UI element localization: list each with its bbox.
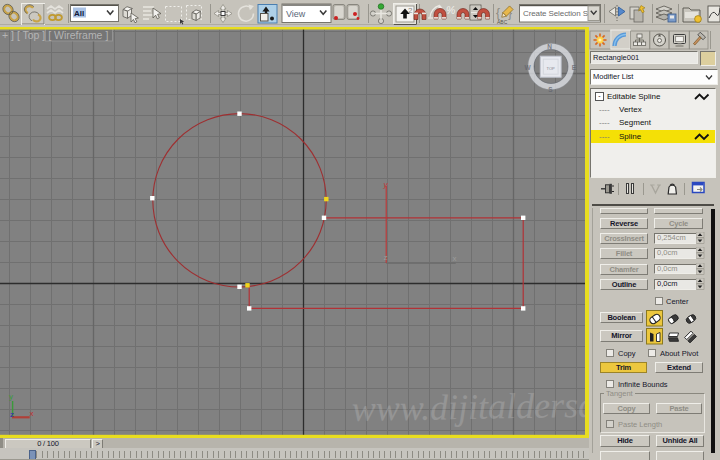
svg-text:N: N xyxy=(547,43,552,50)
svg-text:x: x xyxy=(30,409,34,418)
svg-text:www.dijitaldersaneleri: www.dijitaldersaneleri xyxy=(351,383,589,429)
svg-text:x: x xyxy=(453,254,457,263)
svg-text:W: W xyxy=(524,64,531,71)
svg-text:%: % xyxy=(446,4,455,16)
svg-text:E: E xyxy=(572,64,577,71)
svg-text:2: 2 xyxy=(408,6,413,15)
svg-text:Create Selection Se: Create Selection Se xyxy=(523,9,593,18)
svg-text:S: S xyxy=(548,86,553,93)
svg-text:y: y xyxy=(9,392,13,401)
svg-text:{: { xyxy=(496,6,500,20)
svg-text:z: z xyxy=(384,253,388,262)
svg-text:All: All xyxy=(74,9,84,18)
svg-text:z: z xyxy=(10,410,14,419)
svg-text:View: View xyxy=(286,9,306,19)
svg-text:TOP: TOP xyxy=(547,66,555,71)
svg-text:+ ] [ Top ] [ Wireframe ]: + ] [ Top ] [ Wireframe ] xyxy=(2,29,108,41)
svg-text:ABC: ABC xyxy=(497,19,508,25)
